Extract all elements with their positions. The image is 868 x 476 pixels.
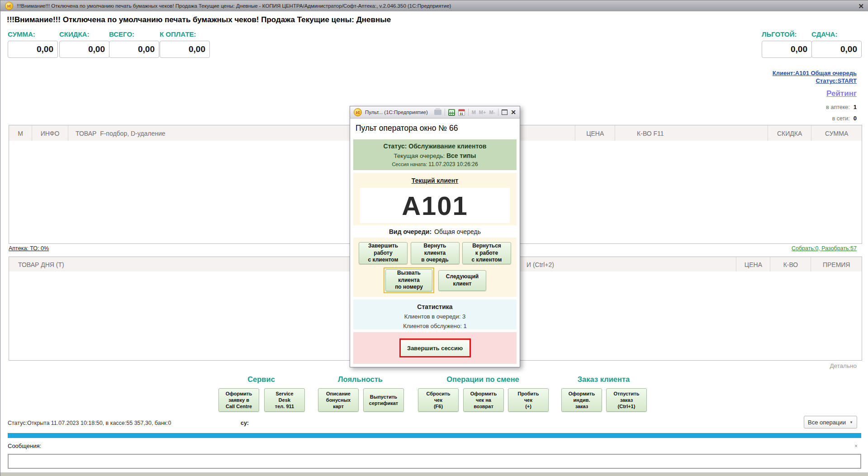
next-client-button[interactable]: Следующий клиент	[438, 270, 486, 291]
current-client-label: Текщий клиент	[353, 177, 517, 184]
current-queue-label: Текущая очередь:	[394, 152, 445, 159]
total-skidka-label: СКИДКА:	[59, 30, 104, 38]
current-queue-line: Текущая очередь: Все типы	[353, 152, 517, 159]
in-network-label: в сети:	[832, 115, 850, 122]
day-col-tovar-dnya-label: ТОВАР ДНЯ (Т)	[18, 261, 64, 268]
print-icon[interactable]	[434, 109, 441, 115]
individual-order-button[interactable]: Оформить индив. заказ	[561, 388, 602, 412]
all-operations-button[interactable]: Все операции ▼	[804, 416, 857, 428]
1c-logo-icon: 1С	[5, 2, 13, 10]
dialog-title: Пульт... (1С:Предприятие)	[365, 109, 428, 115]
group-client-order-label: Заказ клиента	[561, 375, 646, 384]
total-vsego-value: 0,00	[109, 41, 159, 58]
sales-col-qty: К-ВО F11	[615, 125, 768, 141]
day-col-price: ЦЕНА	[736, 257, 770, 272]
dialog-titlebar: 1С Пульт... (1С:Предприятие) 31 M M+ M- …	[350, 106, 520, 119]
apteka-to-link[interactable]: Аптека: ТО: 0%	[9, 245, 49, 252]
total-k-oplate-label: К ОПЛАТЕ:	[160, 30, 205, 38]
application-window: 1С !!!Внимание!!! Отключена по умолчанию…	[0, 0, 868, 476]
total-lgotoy-value: 0,00	[762, 41, 812, 58]
1c-logo-icon: 1С	[354, 108, 362, 116]
su-label: су:	[241, 420, 249, 426]
release-order-button[interactable]: Отпустить заказ (Ctrl+1)	[606, 388, 647, 412]
day-col-recommend-partial: И (Ctrl+2)	[526, 261, 554, 268]
total-summa-label: СУММА:	[8, 30, 53, 38]
sales-col-discount: СКИДКА	[768, 125, 811, 141]
total-skidka: СКИДКА: 0,00	[59, 30, 104, 58]
messages-close-icon[interactable]: ×	[854, 443, 858, 449]
call-client-by-number-button[interactable]: Вызвать клиента по номеру	[385, 269, 432, 291]
dialog-close-icon[interactable]: ✕	[511, 109, 516, 116]
total-k-oplate: К ОПЛАТЕ: 0,00	[160, 30, 205, 58]
memory-m-icon[interactable]: M	[472, 109, 476, 115]
service-desk-button[interactable]: Service Desk тел. 911	[264, 388, 305, 412]
session-start-label: Сессия начата:	[392, 162, 427, 167]
current-client-panel: Текщий клиент А101 Вид очереди: Общая оч…	[353, 173, 517, 297]
statistics-title: Статистика	[353, 303, 517, 310]
session-status-panel: Статус: Обслуживание клиентов Текущая оч…	[353, 139, 517, 170]
window-close-icon[interactable]: ✕	[858, 3, 864, 10]
back-to-work-with-client-button[interactable]: Вернуться к работе с клиентом	[462, 242, 511, 264]
client-actions-row-1: Завершить работу с клиентом Вернуть клие…	[359, 242, 511, 264]
total-summa-value: 0,00	[8, 41, 58, 58]
issue-certificate-button[interactable]: Выпустить сертификат	[363, 388, 404, 412]
session-start-line: Сессия начата: 11.07.2023 10:26:26	[353, 161, 517, 167]
maximize-icon[interactable]	[502, 109, 508, 115]
warning-banner: !!!Внимание!!! Отключена по умолчанию пе…	[7, 15, 391, 24]
client-status-link[interactable]: Статус:START	[816, 77, 857, 84]
day-col-premium: ПРЕМИЯ	[811, 257, 862, 272]
rating-link[interactable]: Рейтинг	[826, 89, 857, 98]
current-queue-value: Все типы	[446, 152, 476, 159]
total-sdacha: СДАЧА: 0,00	[811, 30, 857, 58]
sales-col-summa: СУММА	[811, 125, 862, 141]
day-col-qty: К-ВО	[770, 257, 811, 272]
end-session-panel: Завершить сессию	[353, 332, 517, 364]
sales-col-m: М	[9, 125, 32, 141]
sales-col-info: ИНФО	[32, 125, 68, 141]
sobrat-razobrat-link[interactable]: Собрать:0, Разобрать:57	[792, 245, 857, 252]
cash-status-text: Статус:Открыта 11.07.2023 10:18:50, в ка…	[8, 420, 171, 426]
clients-in-queue-stat: Клиентов в очереди: 3	[353, 313, 517, 320]
detail-label: Детально	[830, 362, 857, 369]
sales-col-price: ЦЕНА	[575, 125, 615, 141]
operator-console-dialog: 1С Пульт... (1С:Предприятие) 31 M M+ M- …	[350, 106, 520, 367]
client-queue-link[interactable]: Клиент:А101 Общая очередь	[773, 70, 857, 76]
session-status-line: Статус: Обслуживание клиентов	[353, 143, 517, 150]
finish-work-with-client-button[interactable]: Завершить работу с клиентом	[359, 242, 408, 264]
memory-m-minus-icon[interactable]: M-	[489, 109, 495, 115]
calendar-icon[interactable]: 31	[458, 109, 465, 116]
total-k-oplate-value: 0,00	[160, 41, 210, 58]
call-centre-request-button[interactable]: Оформить заявку в Call Centre	[218, 388, 259, 412]
toolbar-separator	[468, 109, 469, 116]
calculator-icon[interactable]	[448, 109, 455, 116]
end-session-button[interactable]: Завершить сессию	[399, 338, 471, 357]
return-client-to-queue-button[interactable]: Вернуть клиента в очередь	[411, 242, 460, 264]
call-client-focus-frame: Вызвать клиента по номеру	[384, 267, 434, 293]
client-actions-row-2: Вызвать клиента по номеру Следующий клие…	[359, 267, 511, 293]
total-sdacha-label: СДАЧА:	[811, 30, 857, 38]
all-operations-label: Все операции	[808, 419, 846, 426]
window-title: !!!Внимание!!! Отключена по умолчанию пе…	[17, 3, 854, 9]
bonus-cards-info-button[interactable]: Описание бонусных карт	[318, 388, 359, 412]
total-lgotoy: ЛЬГОТОЙ: 0,00	[762, 30, 807, 58]
punch-receipt-button[interactable]: Пробить чек (+)	[508, 388, 549, 412]
memory-m-plus-icon[interactable]: M+	[479, 109, 486, 115]
message-input[interactable]	[8, 454, 861, 469]
clients-served-stat: Клиентов обслужено: 1	[353, 323, 517, 329]
total-lgotoy-label: ЛЬГОТОЙ:	[762, 30, 807, 38]
queue-kind-label: Вид очереди:	[389, 228, 432, 235]
return-receipt-button[interactable]: Оформить чек на возврат	[463, 388, 504, 412]
total-vsego-label: ВСЕГО:	[109, 30, 154, 38]
in-network-value: 0	[854, 115, 857, 122]
window-titlebar: 1С !!!Внимание!!! Отключена по умолчанию…	[0, 0, 868, 11]
chevron-down-icon: ▼	[849, 420, 853, 424]
in-pharmacy-count: в аптеке:1	[826, 104, 857, 110]
group-loyalty-label: Лояльность	[318, 375, 403, 384]
client-number-display: А101	[360, 188, 510, 223]
dialog-heading: Пульт оператора окно № 66	[356, 124, 514, 133]
reset-receipt-button[interactable]: Сбросить чек (F6)	[418, 388, 459, 412]
total-summa: СУММА: 0,00	[8, 30, 53, 58]
in-pharmacy-value: 1	[854, 104, 857, 110]
queue-kind-value: Общая очередь	[434, 228, 481, 235]
statistics-panel: Статистика Клиентов в очереди: 3 Клиенто…	[353, 300, 517, 329]
